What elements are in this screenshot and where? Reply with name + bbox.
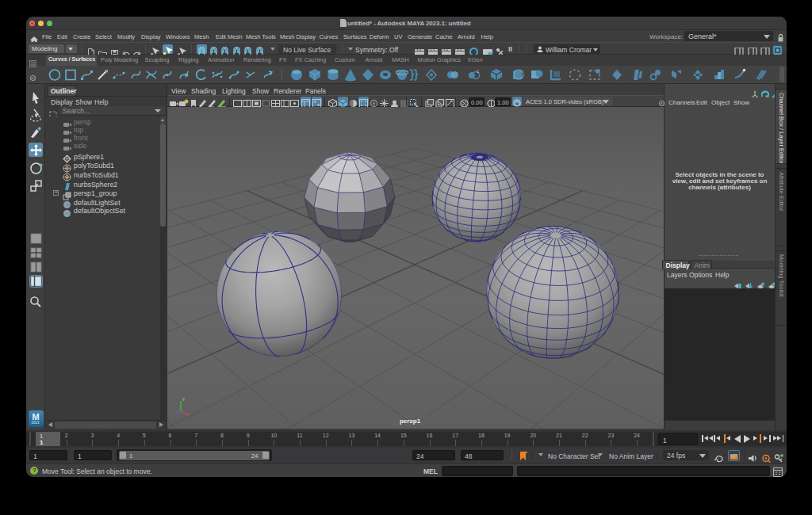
svg-text:y: y — [182, 396, 185, 401]
svg-text:persp1: persp1 — [400, 418, 421, 425]
svg-text:1: 1 — [477, 69, 480, 74]
